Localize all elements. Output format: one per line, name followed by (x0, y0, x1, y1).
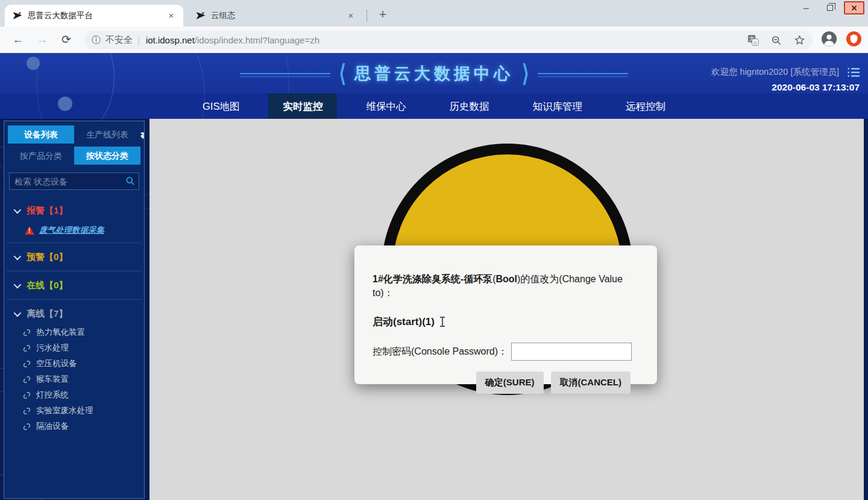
change-value-dialog: 1#化学洗涤除臭系统-循环泵(Bool)的值改为(Change Value to… (354, 245, 657, 384)
warning-icon (25, 226, 34, 235)
dialog-buttons: 确定(SURE) 取消(CANCEL) (373, 372, 639, 394)
datetime-text: 2020-06-03 17:13:07 (711, 82, 860, 93)
device-search (9, 172, 139, 190)
swap-icon[interactable]: ⇄ (140, 128, 145, 141)
zoom-out-icon[interactable] (771, 35, 782, 46)
nav-item-gis[interactable]: GIS地图 (188, 93, 254, 119)
browser-toolbar: ← → ⟳ ⓘ 不安全 | iot.idosp.net /idosp/index… (0, 27, 868, 53)
status-tree: 报警【1】 废气处理数据采集 预警【0】 在线【0】 (4, 200, 144, 434)
device-item[interactable]: 灯控系统 (4, 387, 144, 403)
tab-title: 思普云大数据平台 (28, 10, 165, 21)
bookmark-star-icon[interactable] (794, 34, 805, 46)
main-nav: GIS地图 实时监控 维保中心 历史数据 知识库管理 远程控制 (0, 93, 868, 119)
tab-production-line-list[interactable]: 生产线列表 (74, 125, 140, 144)
device-search-input[interactable] (9, 172, 139, 190)
svg-text:G: G (753, 40, 757, 45)
profile-avatar[interactable] (821, 31, 837, 47)
screen: 思普云大数据平台 × 云组态 × + ─ ✕ ← → ⟳ ⓘ 不安全 | iot… (0, 0, 868, 500)
minimize-button[interactable]: ─ (796, 1, 816, 14)
dialog-message: 1#化学洗涤除臭系统-循环泵(Bool)的值改为(Change Value to… (373, 272, 639, 300)
device-item[interactable]: 隔油设备 (4, 419, 144, 434)
page-content: ⟨ 思普云大数据中心 ⟩ 欢迎您 hignton2020 [系统管理员] 202… (0, 53, 868, 500)
chevron-down-icon (14, 252, 22, 260)
device-item[interactable]: 热力氧化装置 (4, 324, 144, 340)
device-item[interactable]: 实验室废水处理 (4, 403, 144, 419)
decor-angle-left: ⟨ (339, 60, 346, 87)
tab-siplatform[interactable]: 思普云大数据平台 × (5, 5, 183, 27)
nav-item-remote[interactable]: 远程控制 (611, 93, 680, 119)
url-host: iot.idosp.net (146, 35, 195, 45)
tree-group-online[interactable]: 在线【0】 (4, 274, 144, 296)
tab-cloud-config[interactable]: 云组态 × (188, 5, 363, 27)
cancel-button[interactable]: 取消(CANCEL) (551, 372, 631, 394)
tab-divider (366, 10, 367, 22)
tab-title: 云组态 (211, 10, 345, 21)
url-path: /idosp/index.html?language=zh (195, 35, 319, 45)
password-row: 控制密码(Console Password)： (373, 343, 639, 361)
restore-icon (827, 5, 833, 11)
translate-icon[interactable]: 文G (747, 34, 759, 46)
tree-group-alarm[interactable]: 报警【1】 (4, 200, 144, 221)
tab-close-icon[interactable]: × (165, 10, 177, 22)
nav-item-maintenance[interactable]: 维保中心 (351, 93, 420, 119)
tree-item-alarm-device[interactable]: 废气处理数据采集 (4, 221, 144, 239)
reload-button[interactable]: ⟳ (58, 31, 75, 48)
header-right: 欢迎您 hignton2020 [系统管理员] 2020-06-03 17:13… (711, 66, 860, 93)
sure-button[interactable]: 确定(SURE) (476, 372, 544, 394)
site-favicon-icon (12, 10, 23, 21)
site-favicon-icon (195, 10, 206, 21)
decor-line (240, 73, 330, 74)
browser-tabstrip: 思普云大数据平台 × 云组态 × + ─ ✕ (0, 0, 868, 27)
window-controls: ─ ✕ (796, 1, 864, 14)
text-cursor-icon (442, 317, 443, 326)
back-button[interactable]: ← (10, 31, 27, 48)
info-icon[interactable]: ⓘ (92, 34, 101, 46)
device-item[interactable]: 猴车装置 (4, 372, 144, 387)
new-tab-button[interactable]: + (374, 6, 392, 24)
decor-line (538, 73, 628, 74)
alarm-device-link[interactable]: 废气处理数据采集 (39, 225, 104, 236)
security-label: 不安全 (105, 34, 133, 46)
forward-button[interactable]: → (34, 31, 51, 48)
menu-list-icon[interactable] (848, 68, 860, 77)
nav-item-realtime[interactable]: 实时监控 (268, 93, 337, 119)
chevron-down-icon (14, 206, 22, 214)
divider (7, 299, 142, 300)
divider (7, 271, 142, 271)
device-item[interactable]: 空压机设备 (4, 356, 144, 372)
decor-angle-right: ⟩ (522, 60, 529, 87)
divider: | (137, 35, 140, 45)
tree-group-warning[interactable]: 预警【0】 (4, 246, 144, 268)
nav-item-history[interactable]: 历史数据 (435, 93, 503, 119)
tab-by-product[interactable]: 按产品分类 (8, 147, 74, 165)
divider (7, 242, 142, 243)
chevron-down-icon (14, 309, 22, 317)
extension-shield-icon[interactable] (846, 31, 862, 47)
value-text: 启动(start)(1) (373, 315, 435, 329)
dialog-value-row: 启动(start)(1) (373, 315, 639, 329)
tab-by-status[interactable]: 按状态分类 (74, 147, 140, 165)
page-title: 思普云大数据中心 (354, 63, 514, 84)
search-icon[interactable] (125, 176, 135, 186)
restore-button[interactable] (820, 1, 840, 14)
welcome-text: 欢迎您 hignton2020 [系统管理员] (711, 66, 839, 78)
tab-close-icon[interactable]: × (345, 10, 357, 22)
address-bar[interactable]: ⓘ 不安全 | iot.idosp.net /idosp/index.html?… (84, 31, 813, 49)
tab-device-list[interactable]: 设备列表 (8, 125, 74, 144)
close-button[interactable]: ✕ (844, 1, 864, 14)
tree-group-offline[interactable]: 离线【7】 (4, 303, 144, 324)
chevron-down-icon (14, 280, 22, 288)
nav-item-knowledge[interactable]: 知识库管理 (518, 93, 597, 119)
device-sidebar: 设备列表 生产线列表 ⇄ 按产品分类 按状态分类 报警【1】 (4, 121, 145, 499)
console-password-input[interactable] (511, 343, 632, 361)
device-item[interactable]: 污水处理 (4, 340, 144, 356)
password-label: 控制密码(Console Password)： (373, 346, 508, 358)
